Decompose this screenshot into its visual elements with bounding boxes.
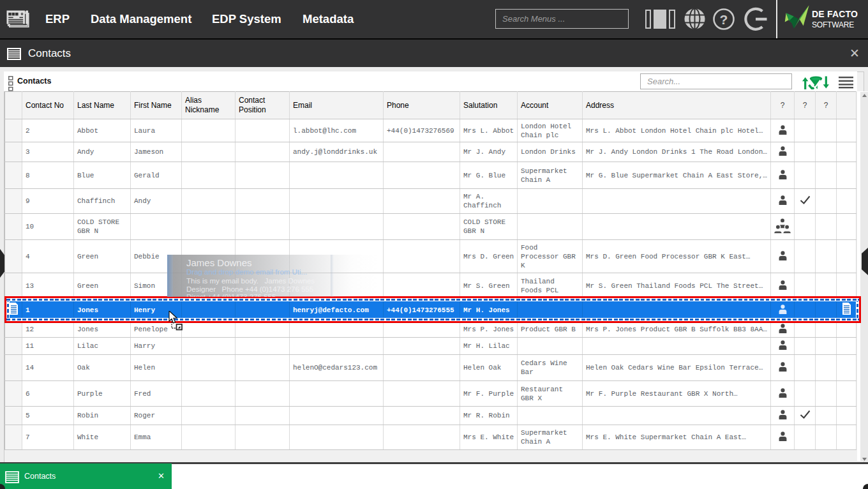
svg-text:?: ? bbox=[720, 12, 728, 27]
